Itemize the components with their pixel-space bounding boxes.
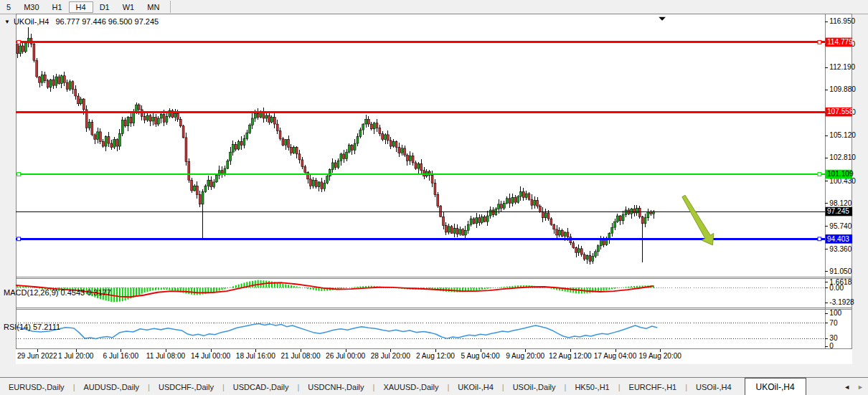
tab-audusd-daily-1[interactable]: AUDUSD-,Daily	[75, 383, 148, 391]
price-tick-label: 109.880	[829, 85, 856, 93]
time-tick-label: 17 Aug 04:00	[594, 352, 637, 360]
hline-handle[interactable]	[17, 237, 21, 241]
timeframe-button-5[interactable]: 5	[0, 2, 17, 12]
timeframe-button-w1[interactable]: W1	[116, 2, 141, 12]
chart-area: 116.950114.570112.190109.880107.500105.1…	[0, 14, 868, 377]
time-tick-label: 9 Aug 20:00	[506, 352, 544, 360]
chart-ohlc-values: 96.777 97.446 96.500 97.245	[55, 17, 159, 26]
time-tick-label: 11 Jul 08:00	[146, 352, 186, 360]
price-badge-101.109: 101.109	[826, 170, 854, 179]
tab-hk50-h1-8[interactable]: HK50-,H1	[566, 383, 618, 391]
price-tick-label: 93.360	[829, 245, 852, 253]
svg-text:101.109: 101.109	[827, 170, 854, 178]
timeframe-button-m30[interactable]: M30	[17, 2, 45, 12]
price-tick-label: 102.810	[829, 153, 856, 161]
rsi-axis-label: 0	[829, 342, 834, 350]
price-tick-label: 95.740	[829, 222, 852, 230]
macd-axis-label: -3.1928	[829, 298, 854, 306]
time-tick-label: 5 Aug 04:00	[461, 352, 500, 360]
timeframe-button-h4[interactable]: H4	[69, 1, 93, 13]
rsi-axis-label: 100	[829, 309, 841, 317]
time-tick-label: 19 Aug 20:00	[638, 352, 681, 360]
time-tick-label: 2 Aug 12:00	[416, 352, 455, 360]
time-tick-label: 12 Aug 12:00	[549, 352, 592, 360]
time-tick-label: 21 Jul 08:00	[280, 352, 320, 360]
toolbar-divider	[170, 1, 171, 13]
svg-text:114.779: 114.779	[827, 38, 853, 46]
price-badge-94.403: 94.403	[826, 234, 853, 244]
time-tick-label: 6 Jul 16:00	[103, 352, 139, 360]
hline-handle[interactable]	[17, 173, 21, 176]
svg-text:94.403: 94.403	[827, 235, 849, 243]
chart-title: ▼ UKOil-,H4 96.777 97.446 96.500 97.245	[4, 17, 159, 26]
price-tick-label: 98.120	[829, 199, 852, 207]
tab-eurusd-daily-0[interactable]: EURUSD-,Daily	[0, 383, 73, 391]
tab-scroll-right-icon[interactable]: ►	[857, 384, 864, 391]
tab-usdcad-daily-3[interactable]: USDCAD-,Daily	[225, 383, 298, 391]
rsi-axis-label: 30	[829, 334, 838, 342]
price-badge-114.779: 114.779	[826, 38, 854, 47]
tab-usdchf-daily-2[interactable]: USDCHF-,Daily	[150, 383, 222, 391]
price-axis: 116.950114.570112.190109.880107.500105.1…	[825, 17, 856, 351]
price-tick-label: 112.190	[829, 63, 855, 71]
rsi-axis-label: 70	[829, 319, 838, 327]
tab-eurchf-h1-9[interactable]: EURCHF-,H1	[621, 383, 686, 391]
svg-text:97.245: 97.245	[827, 207, 849, 215]
price-badge-107.558: 107.558	[826, 108, 854, 117]
time-tick-label: 1 Jul 20:00	[58, 352, 94, 360]
tab-ukoil-h4-6[interactable]: UKOil-,H4	[449, 383, 502, 391]
rsi-indicator-label: RSI(14) 57.2111	[4, 323, 60, 331]
chart-symbol-period: UKOil-,H4	[14, 17, 49, 26]
macd-indicator-label: MACD(12,26,9) 0.4543 0.3177	[4, 288, 111, 297]
time-tick-label: 28 Jul 20:00	[371, 352, 410, 360]
tab-usoil-daily-7[interactable]: USOil-,Daily	[504, 383, 565, 391]
timeframe-button-h1[interactable]: H1	[46, 2, 69, 12]
tab-usoil-h4-10[interactable]: USOil-,H4	[687, 383, 740, 391]
tab-usdcnh-daily-4[interactable]: USDCNH-,Daily	[299, 383, 372, 391]
mt4-window: 5M30H1H4D1W1MN 116.950114.570112.190109.…	[0, 0, 868, 395]
time-tick-label: 18 Jul 16:00	[236, 352, 275, 360]
hline-handle[interactable]	[818, 173, 821, 176]
price-tick-label: 91.050	[829, 267, 852, 275]
tab-xauusd-daily-5[interactable]: XAUUSD-,Daily	[374, 383, 447, 391]
chart-tab-bar: EURUSD-,Daily|AUDUSD-,Daily|USDCHF-,Dail…	[0, 377, 868, 395]
symbol-dropdown-icon[interactable]: ▼	[4, 19, 10, 25]
time-tick-label: 29 Jun 2022	[17, 352, 57, 360]
time-tick-label: 26 Jul 00:00	[326, 352, 365, 360]
timeframe-toolbar: 5M30H1H4D1W1MN	[0, 0, 868, 14]
price-tick-label: 116.950	[829, 17, 855, 25]
hline-handle[interactable]	[17, 40, 21, 44]
timeframe-button-mn[interactable]: MN	[141, 2, 166, 12]
price-badge-97.245: 97.245	[826, 207, 853, 216]
svg-text:107.558: 107.558	[827, 108, 854, 115]
tab-scroll-left-icon[interactable]: ◄	[844, 384, 850, 391]
price-tick-label: 105.120	[829, 131, 856, 139]
hline-handle[interactable]	[818, 40, 821, 44]
hline-handle[interactable]	[818, 237, 821, 241]
tab-ukoil-h4-11[interactable]: UKOil-,H4	[745, 378, 806, 395]
timeframe-button-d1[interactable]: D1	[93, 2, 116, 12]
macd-axis-label: 0.00	[829, 284, 844, 292]
chart-canvas[interactable]: 116.950114.570112.190109.880107.500105.1…	[0, 14, 868, 377]
time-tick-label: 14 Jul 00:00	[191, 352, 230, 360]
